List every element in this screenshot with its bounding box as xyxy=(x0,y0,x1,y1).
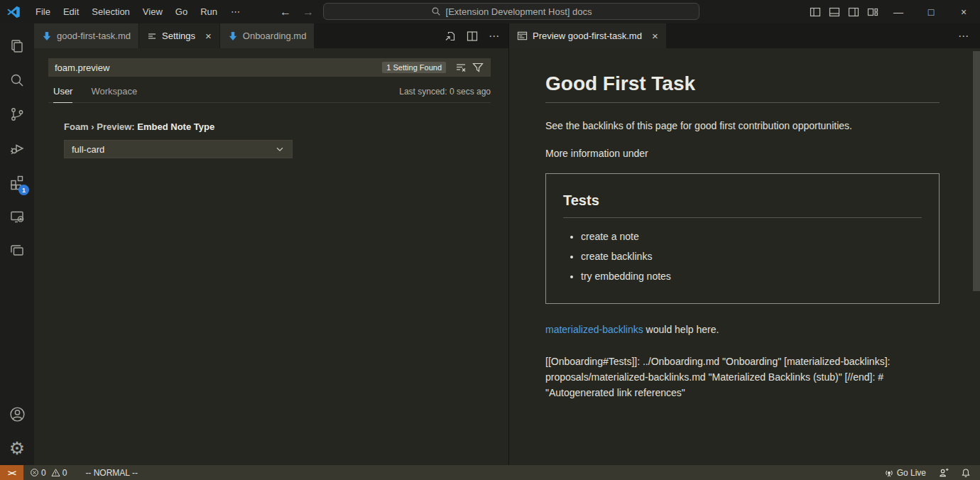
minimize-button[interactable]: — xyxy=(882,0,915,23)
warning-count: 0 xyxy=(62,468,67,478)
status-bar: >< 0 0 -- NORMAL -- Go Live xyxy=(0,465,980,480)
chevron-down-icon xyxy=(275,144,285,154)
editor-group-right: Preview good-first-task.md × ⋯ Good Firs… xyxy=(508,23,980,465)
tab-label: Onboarding.md xyxy=(243,31,307,41)
tab-settings[interactable]: Settings × xyxy=(139,23,220,48)
right-tab-bar: Preview good-first-task.md × ⋯ xyxy=(509,23,980,48)
search-view-icon[interactable] xyxy=(0,63,34,97)
embed-note-type-dropdown[interactable]: full-card xyxy=(64,140,293,158)
vscode-window: File Edit Selection View Go Run ⋯ ← → [E… xyxy=(0,0,980,480)
feedback-icon[interactable] xyxy=(935,465,953,480)
scope-tab-workspace[interactable]: Workspace xyxy=(91,86,137,102)
scope-tab-user[interactable]: User xyxy=(53,86,72,103)
remote-explorer-icon[interactable] xyxy=(0,200,34,234)
split-editor-icon[interactable] xyxy=(467,31,478,42)
embedded-note-heading: Tests xyxy=(563,191,922,218)
open-settings-json-icon[interactable] xyxy=(445,31,456,42)
customize-layout-icon[interactable] xyxy=(863,0,882,23)
vscode-logo-icon xyxy=(6,5,21,19)
preview-intro: See the backlinks of this page for good … xyxy=(545,119,940,133)
workbench: 1 ⚙ good-first-tas xyxy=(0,23,980,465)
history-navigation: ← → xyxy=(280,0,314,23)
command-center-search[interactable]: [Extension Development Host] docs xyxy=(323,3,699,20)
more-actions-ellipsis-icon[interactable]: ⋯ xyxy=(958,23,980,48)
vim-mode-indicator[interactable]: -- NORMAL -- xyxy=(82,465,141,480)
filter-funnel-icon[interactable] xyxy=(469,62,486,73)
settings-scope-tabs: User Workspace Last synced: 0 secs ago xyxy=(48,86,491,103)
markdown-preview: Good First Task See the backlinks of thi… xyxy=(509,48,980,465)
close-window-button[interactable]: × xyxy=(947,0,980,23)
dropdown-value: full-card xyxy=(72,144,104,155)
warning-icon xyxy=(51,468,60,477)
run-debug-icon[interactable] xyxy=(0,131,34,165)
menu-selection[interactable]: Selection xyxy=(85,0,136,23)
menu-file[interactable]: File xyxy=(29,0,57,23)
maximize-button[interactable]: □ xyxy=(915,0,947,23)
notifications-bell-icon[interactable] xyxy=(957,465,974,480)
settings-gear-icon[interactable]: ⚙ xyxy=(0,431,34,465)
toggle-panel-icon[interactable] xyxy=(824,0,844,23)
tab-onboarding[interactable]: Onboarding.md xyxy=(220,23,315,48)
command-center-label: [Extension Development Host] docs xyxy=(446,6,592,17)
toggle-secondary-sidebar-icon[interactable] xyxy=(844,0,863,23)
remote-indicator[interactable]: >< xyxy=(0,465,23,480)
account-icon[interactable] xyxy=(0,397,34,431)
settings-search-bar: 1 Setting Found xyxy=(48,58,491,77)
list-item: create backlinks xyxy=(581,249,922,263)
error-count: 0 xyxy=(41,468,46,478)
back-arrow-icon[interactable]: ← xyxy=(280,6,291,18)
settings-search-input[interactable] xyxy=(55,62,382,73)
last-synced-label: Last synced: 0 secs ago xyxy=(399,87,491,102)
titlebar: File Edit Selection View Go Run ⋯ ← → [E… xyxy=(0,0,980,23)
setting-title: Foam › Preview: Embed Note Type xyxy=(64,121,491,132)
settings-editor: 1 Setting Found User Workspace Last sync… xyxy=(34,48,508,158)
setting-name-label: Embed Note Type xyxy=(137,121,214,132)
extensions-badge: 1 xyxy=(18,185,29,195)
preview-more-info: More information under xyxy=(545,146,940,160)
editor-actions: ⋯ xyxy=(445,23,508,48)
preview-title: Good First Task xyxy=(545,72,940,103)
toggle-primary-sidebar-icon[interactable] xyxy=(805,0,824,23)
broadcast-icon xyxy=(884,468,894,478)
menu-edit[interactable]: Edit xyxy=(57,0,85,23)
link-references-paragraph: [[Onboarding#Tests]]: ../Onboarding.md "… xyxy=(545,354,940,400)
search-icon xyxy=(431,6,441,16)
left-tab-bar: good-first-task.md Settings × Onboarding… xyxy=(34,23,508,48)
problems-status[interactable]: 0 0 xyxy=(26,465,70,480)
list-item: try embedding notes xyxy=(581,269,922,283)
settings-count-badge: 1 Setting Found xyxy=(382,62,446,73)
list-item: create a note xyxy=(581,229,922,244)
embedded-note-card: Tests create a note create backlinks try… xyxy=(545,173,940,304)
menu-run[interactable]: Run xyxy=(194,0,224,23)
setting-category-label: Foam › Preview: xyxy=(64,121,137,132)
markdown-file-icon xyxy=(42,31,52,41)
go-live-button[interactable]: Go Live xyxy=(881,465,930,480)
menu-overflow-ellipsis-icon[interactable]: ⋯ xyxy=(224,0,247,23)
tab-good-first-task[interactable]: good-first-task.md xyxy=(34,23,139,48)
editor-group-left: good-first-task.md Settings × Onboarding… xyxy=(34,23,508,465)
settings-editor-icon xyxy=(147,31,157,41)
menu-view[interactable]: View xyxy=(136,0,169,23)
forward-arrow-icon[interactable]: → xyxy=(303,6,314,18)
tab-preview-good-first-task[interactable]: Preview good-first-task.md × xyxy=(509,23,667,48)
clear-filters-icon[interactable] xyxy=(452,62,469,73)
embedded-note-list: create a note create backlinks try embed… xyxy=(563,229,922,283)
setting-embed-note-type: Foam › Preview: Embed Note Type full-car… xyxy=(64,121,491,158)
close-tab-icon[interactable]: × xyxy=(205,31,212,41)
markdown-preview-icon xyxy=(517,31,528,41)
menu-go[interactable]: Go xyxy=(169,0,194,23)
source-control-icon[interactable] xyxy=(0,97,34,131)
window-controls: — □ × xyxy=(805,0,980,23)
explorer-icon[interactable] xyxy=(0,29,34,63)
extensions-icon[interactable]: 1 xyxy=(0,165,34,200)
tab-label: good-first-task.md xyxy=(57,31,131,41)
error-icon xyxy=(30,468,39,477)
tab-label: Settings xyxy=(162,31,195,41)
backlink-paragraph: materialized-backlinks would help here. xyxy=(545,322,940,337)
markdown-file-icon xyxy=(228,31,238,41)
close-tab-icon[interactable]: × xyxy=(652,31,658,41)
materialized-backlinks-link[interactable]: materialized-backlinks xyxy=(545,324,643,335)
more-actions-ellipsis-icon[interactable]: ⋯ xyxy=(489,30,499,43)
preview-scrollbar-thumb[interactable] xyxy=(973,51,980,291)
windows-view-icon[interactable] xyxy=(0,234,34,268)
